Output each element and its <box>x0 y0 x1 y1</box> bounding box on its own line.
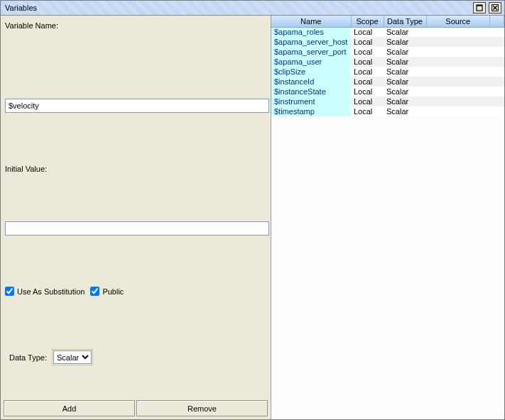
table-row[interactable]: $apama_server_hostLocalScalar <box>271 37 504 47</box>
cell-scope: Local <box>351 47 384 57</box>
col-header-data-type[interactable]: Data Type <box>384 16 426 27</box>
cell-data-type: Scalar <box>384 27 426 37</box>
cell-data-type: Scalar <box>384 96 426 106</box>
cell-spacer <box>490 106 504 116</box>
cell-source <box>426 77 490 87</box>
cell-spacer <box>490 96 504 106</box>
cell-source <box>426 67 490 77</box>
use-as-substitution-checkbox[interactable] <box>5 287 14 296</box>
cell-data-type: Scalar <box>384 37 426 47</box>
cell-name: $instanceId <box>271 77 351 87</box>
cell-source <box>426 106 490 116</box>
data-type-label: Data Type: <box>9 353 47 362</box>
cell-scope: Local <box>351 37 384 47</box>
remove-button[interactable]: Remove <box>136 400 268 416</box>
col-header-source[interactable]: Source <box>426 16 490 27</box>
table-row[interactable]: $apama_rolesLocalScalar <box>271 27 504 37</box>
cell-spacer <box>490 57 504 67</box>
form-panel: Variable Name: Initial Value: Use As Sub… <box>1 16 271 419</box>
cell-source <box>426 87 490 96</box>
cell-spacer <box>490 27 504 37</box>
table-row[interactable]: $timestampLocalScalar <box>271 106 504 116</box>
variables-dialog: Variables Variable Name: Initial Value: … <box>0 0 505 420</box>
maximize-button[interactable] <box>473 2 486 13</box>
public-checkbox-label[interactable]: Public <box>90 287 124 296</box>
variables-table-panel: Name Scope Data Type Source $apama_roles… <box>271 16 504 419</box>
cell-data-type: Scalar <box>384 57 426 67</box>
add-button[interactable]: Add <box>4 400 135 416</box>
cell-scope: Local <box>351 96 384 106</box>
cell-name: $apama_server_port <box>271 47 351 57</box>
cell-scope: Local <box>351 87 384 96</box>
checkbox-row: Use As Substitution Public <box>5 287 124 296</box>
initial-value-input[interactable] <box>5 221 269 236</box>
cell-data-type: Scalar <box>384 77 426 87</box>
button-row: Add Remove <box>4 400 268 416</box>
public-checkbox[interactable] <box>90 287 99 296</box>
cell-data-type: Scalar <box>384 47 426 57</box>
dialog-body: Variable Name: Initial Value: Use As Sub… <box>1 16 504 419</box>
data-type-select[interactable]: Scalar <box>53 350 92 364</box>
maximize-icon <box>476 4 483 11</box>
cell-source <box>426 96 490 106</box>
cell-scope: Local <box>351 27 384 37</box>
window-title: Variables <box>5 4 473 12</box>
table-row[interactable]: $instrumentLocalScalar <box>271 96 504 106</box>
cell-source <box>426 37 490 47</box>
col-header-name[interactable]: Name <box>271 16 351 27</box>
data-type-row: Data Type: Scalar <box>9 350 92 365</box>
table-row[interactable]: $instanceStateLocalScalar <box>271 87 504 96</box>
cell-spacer <box>490 67 504 77</box>
window-buttons <box>473 2 501 13</box>
cell-source <box>426 57 490 67</box>
cell-name: $instrument <box>271 96 351 106</box>
cell-spacer <box>490 87 504 96</box>
table-row[interactable]: $apama_userLocalScalar <box>271 57 504 67</box>
variables-table: Name Scope Data Type Source $apama_roles… <box>271 16 504 116</box>
cell-name: $clipSize <box>271 67 351 77</box>
cell-spacer <box>490 47 504 57</box>
use-as-substitution-checkbox-label[interactable]: Use As Substitution <box>5 287 85 296</box>
close-button[interactable] <box>489 2 501 13</box>
cell-scope: Local <box>351 57 384 67</box>
cell-source <box>426 27 490 37</box>
cell-data-type: Scalar <box>384 106 426 116</box>
cell-name: $apama_user <box>271 57 351 67</box>
cell-scope: Local <box>351 67 384 77</box>
titlebar: Variables <box>1 1 504 16</box>
variable-name-input[interactable] <box>5 99 269 113</box>
cell-scope: Local <box>351 106 384 116</box>
table-row[interactable]: $instanceIdLocalScalar <box>271 77 504 87</box>
variable-name-label: Variable Name: <box>5 21 58 30</box>
public-text: Public <box>102 287 124 296</box>
close-icon <box>492 4 499 11</box>
use-as-substitution-text: Use As Substitution <box>17 287 85 296</box>
col-header-scope[interactable]: Scope <box>351 16 384 27</box>
cell-spacer <box>490 37 504 47</box>
cell-scope: Local <box>351 77 384 87</box>
cell-source <box>426 47 490 57</box>
cell-name: $apama_roles <box>271 27 351 37</box>
table-header-row: Name Scope Data Type Source <box>271 16 504 27</box>
table-row[interactable]: $apama_server_portLocalScalar <box>271 47 504 57</box>
cell-name: $instanceState <box>271 87 351 96</box>
cell-spacer <box>490 77 504 87</box>
cell-name: $timestamp <box>271 106 351 116</box>
table-row[interactable]: $clipSizeLocalScalar <box>271 67 504 77</box>
cell-name: $apama_server_host <box>271 37 351 47</box>
cell-data-type: Scalar <box>384 87 426 96</box>
initial-value-label: Initial Value: <box>5 165 47 173</box>
cell-data-type: Scalar <box>384 67 426 77</box>
col-header-spacer <box>490 16 504 27</box>
